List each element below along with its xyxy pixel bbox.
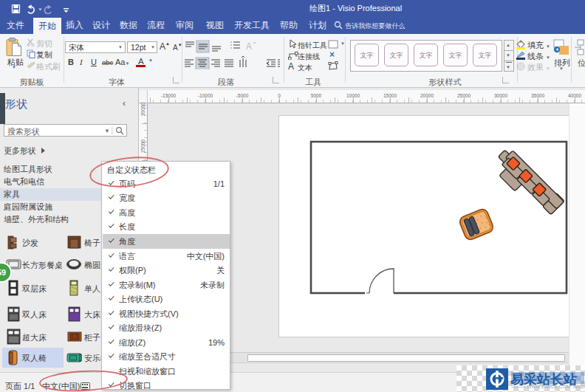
svg-text:A: A <box>246 41 252 52</box>
